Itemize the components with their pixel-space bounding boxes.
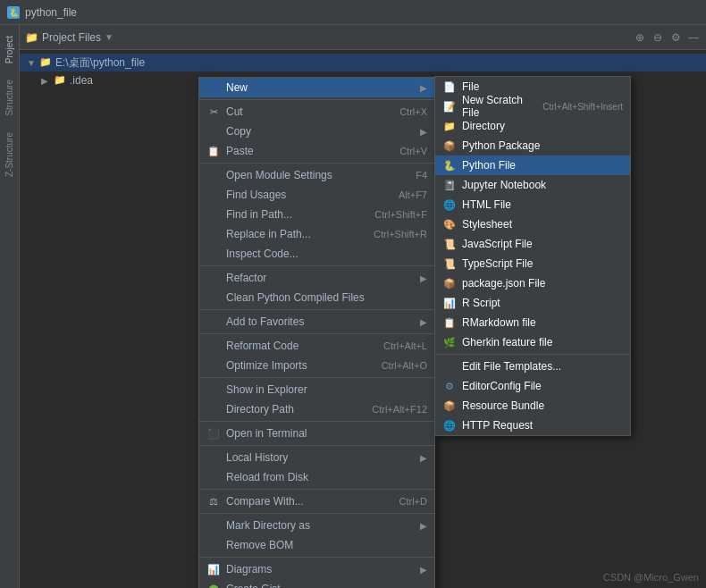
ctx-markdir-label: Mark Directory as bbox=[226, 519, 415, 532]
sub-rmarkdown[interactable]: 📋 RMarkdown file bbox=[435, 313, 630, 332]
dirpath-shortcut: Ctrl+Alt+F12 bbox=[372, 404, 427, 415]
sub-gherkin[interactable]: 🌿 Gherkin feature file bbox=[435, 332, 630, 352]
find-usages-icon bbox=[206, 188, 221, 202]
sub-file-label: File bbox=[462, 80, 479, 93]
find-path-icon bbox=[206, 207, 221, 222]
gist-icon: ⬤ bbox=[206, 582, 221, 588]
ctx-new[interactable]: New ▶ 📄 File 📝 New Scratch File Ctrl+Alt… bbox=[199, 78, 434, 97]
sub-ts-label: TypeScript File bbox=[462, 257, 533, 270]
root-label: E:\桌面\python_file bbox=[55, 55, 145, 71]
cut-shortcut: Ctrl+X bbox=[399, 106, 427, 117]
sidebar-item-structure[interactable]: Structure bbox=[3, 72, 16, 123]
refactor-icon bbox=[206, 271, 221, 285]
new-submenu-arrow: ▶ bbox=[420, 83, 427, 93]
sub-resource-label: Resource Bundle bbox=[462, 399, 544, 412]
pkgjson-icon: 📦 bbox=[442, 276, 457, 290]
sub-jupyter[interactable]: 📓 Jupyter Notebook bbox=[435, 175, 630, 195]
ctx-reformat-label: Reformat Code bbox=[226, 340, 378, 352]
html-icon: 🌐 bbox=[442, 197, 457, 212]
ctx-paste[interactable]: 📋 Paste Ctrl+V bbox=[199, 141, 434, 161]
sub-http[interactable]: 🌐 HTTP Request bbox=[435, 416, 630, 435]
ctx-diagrams[interactable]: 📊 Diagrams ▶ bbox=[199, 559, 434, 579]
ctx-div2 bbox=[199, 265, 434, 266]
edit-tmpl-icon bbox=[442, 359, 457, 374]
dropdown-arrow[interactable]: ▼ bbox=[105, 32, 113, 42]
ctx-local-history[interactable]: Local History ▶ bbox=[199, 448, 434, 467]
reload-icon bbox=[206, 470, 221, 484]
ctx-cut[interactable]: ✂ Cut Ctrl+X bbox=[199, 102, 434, 122]
project-panel-header: 📁 Project Files ▼ ⊕ ⊖ ⚙ — bbox=[20, 25, 706, 50]
sub-resource-bundle[interactable]: 📦 Resource Bundle bbox=[435, 396, 630, 416]
ctx-open-module[interactable]: Open Module Settings F4 bbox=[199, 165, 434, 185]
sidebar-item-z-structure[interactable]: Z-Structure bbox=[3, 125, 16, 184]
sub-python-file[interactable]: 🐍 Python File bbox=[435, 155, 630, 175]
history-arrow: ▶ bbox=[420, 453, 427, 463]
ctx-refactor[interactable]: Refactor ▶ bbox=[199, 268, 434, 288]
ctx-history-label: Local History bbox=[226, 451, 415, 464]
ctx-paste-label: Paste bbox=[226, 145, 394, 157]
ctx-remove-bom[interactable]: Remove BOM bbox=[199, 535, 434, 555]
tree-root[interactable]: ▼ 📁 E:\桌面\python_file bbox=[20, 54, 706, 71]
sub-jupyter-label: Jupyter Notebook bbox=[462, 179, 546, 191]
ctx-reload[interactable]: Reload from Disk bbox=[199, 467, 434, 487]
ctx-terminal-label: Open in Terminal bbox=[226, 427, 427, 440]
ctx-optimize-label: Optimize Imports bbox=[226, 359, 376, 372]
folder-icon: 📁 bbox=[25, 31, 38, 44]
terminal-icon: ⬛ bbox=[206, 426, 221, 441]
ctx-div3 bbox=[199, 309, 434, 310]
markdir-icon bbox=[206, 518, 221, 533]
ctx-div5 bbox=[199, 377, 434, 378]
ctx-copy[interactable]: Copy ▶ bbox=[199, 122, 434, 141]
settings-icon[interactable]: ⚙ bbox=[668, 30, 683, 45]
ctx-mark-dir[interactable]: Mark Directory as ▶ bbox=[199, 516, 434, 535]
ctx-find-path[interactable]: Find in Path... Ctrl+Shift+F bbox=[199, 205, 434, 224]
sub-rscript[interactable]: 📊 R Script bbox=[435, 293, 630, 313]
ctx-inspect[interactable]: Inspect Code... bbox=[199, 244, 434, 264]
ctx-compare[interactable]: ⚖ Compare With... Ctrl+D bbox=[199, 491, 434, 511]
ctx-explorer-label: Show in Explorer bbox=[226, 383, 427, 396]
sub-editorconfig-label: EditorConfig File bbox=[462, 380, 542, 392]
ctx-dir-path[interactable]: Directory Path Ctrl+Alt+F12 bbox=[199, 399, 434, 419]
ctx-terminal[interactable]: ⬛ Open in Terminal bbox=[199, 424, 434, 443]
sidebar-item-project[interactable]: Project bbox=[3, 29, 16, 71]
ctx-gist[interactable]: ⬤ Create Gist... bbox=[199, 579, 434, 588]
sub-http-label: HTTP Request bbox=[462, 419, 533, 432]
r-icon: 📊 bbox=[442, 296, 457, 310]
ctx-replace-path[interactable]: Replace in Path... Ctrl+Shift+R bbox=[199, 224, 434, 244]
jupyter-icon: 📓 bbox=[442, 178, 457, 192]
module-icon bbox=[206, 168, 221, 182]
sub-edit-templates[interactable]: Edit File Templates... bbox=[435, 357, 630, 376]
ctx-dirpath-label: Directory Path bbox=[226, 403, 366, 416]
sub-editorconfig[interactable]: ⚙ EditorConfig File bbox=[435, 376, 630, 396]
ctx-reload-label: Reload from Disk bbox=[226, 471, 427, 483]
sub-python-package[interactable]: 📦 Python Package bbox=[435, 136, 630, 155]
locate-icon[interactable]: ⊕ bbox=[633, 30, 647, 45]
ctx-show-explorer[interactable]: Show in Explorer bbox=[199, 380, 434, 399]
close-icon[interactable]: — bbox=[686, 30, 701, 45]
ctx-cut-label: Cut bbox=[226, 105, 394, 118]
sub-stylesheet[interactable]: 🎨 Stylesheet bbox=[435, 214, 630, 234]
sub-scratch[interactable]: 📝 New Scratch File Ctrl+Alt+Shift+Insert bbox=[435, 97, 630, 116]
ts-icon: 📜 bbox=[442, 256, 457, 271]
ctx-module-label: Open Module Settings bbox=[226, 169, 410, 181]
sub-divider1 bbox=[435, 354, 630, 355]
ctx-find-usages[interactable]: Find Usages Alt+F7 bbox=[199, 185, 434, 205]
ctx-optimize[interactable]: Optimize Imports Ctrl+Alt+O bbox=[199, 356, 434, 375]
sub-directory[interactable]: 📁 Directory bbox=[435, 116, 630, 136]
collapse-icon[interactable]: ⊖ bbox=[651, 30, 665, 45]
sub-typescript[interactable]: 📜 TypeScript File bbox=[435, 254, 630, 273]
new-icon bbox=[206, 80, 221, 95]
clean-icon bbox=[206, 290, 221, 305]
compare-shortcut: Ctrl+D bbox=[399, 496, 427, 507]
ctx-favorites[interactable]: Add to Favorites ▶ bbox=[199, 312, 434, 332]
ctx-clean[interactable]: Clean Python Compiled Files bbox=[199, 288, 434, 307]
sub-javascript[interactable]: 📜 JavaScript File bbox=[435, 234, 630, 254]
ctx-reformat[interactable]: Reformat Code Ctrl+Alt+L bbox=[199, 336, 434, 356]
sub-packagejson[interactable]: 📦 package.json File bbox=[435, 273, 630, 293]
sub-html[interactable]: 🌐 HTML File bbox=[435, 195, 630, 214]
app-icon: 🐍 bbox=[7, 6, 20, 19]
main-panel: 📁 Project Files ▼ ⊕ ⊖ ⚙ — ▼ 📁 E:\桌面\pyth… bbox=[20, 25, 706, 588]
paste-icon: 📋 bbox=[206, 144, 221, 158]
side-tabs: Project Structure Z-Structure bbox=[0, 25, 20, 588]
idea-folder-icon: 📁 bbox=[54, 74, 66, 87]
